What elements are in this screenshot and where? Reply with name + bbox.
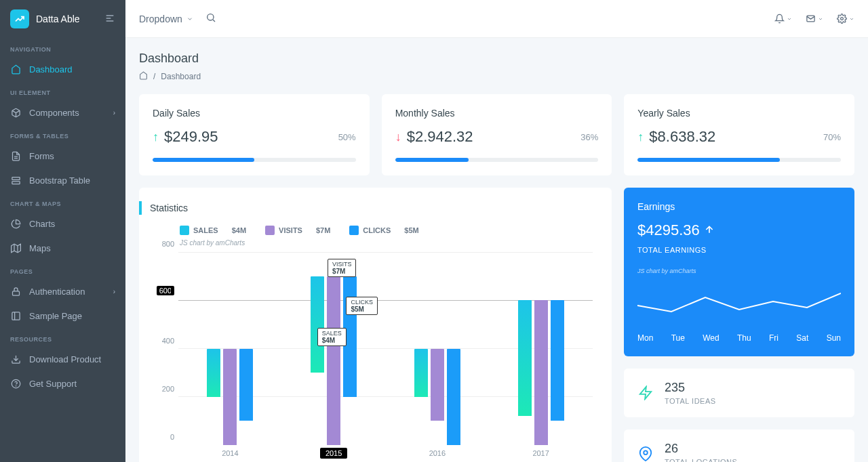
sidebar-toggle-icon[interactable]: [104, 13, 115, 26]
svg-point-18: [16, 385, 16, 386]
stat-percent: 36%: [580, 132, 598, 142]
nav-label: Bootstrap Table: [29, 175, 90, 186]
svg-marker-10: [11, 244, 20, 253]
mail-icon[interactable]: [806, 14, 823, 24]
mini-value: 235: [665, 381, 716, 395]
bar[interactable]: [447, 349, 460, 446]
svg-line-20: [213, 20, 215, 22]
sidebar-item-authentication[interactable]: Authentication›: [0, 279, 125, 303]
bar[interactable]: [431, 349, 444, 421]
bar[interactable]: [311, 276, 324, 373]
nav-label: Get Support: [29, 379, 77, 389]
sidebar-item-maps[interactable]: Maps: [0, 236, 125, 260]
logo[interactable]: Datta Able: [0, 0, 125, 38]
nav-section: RESOURCES: [0, 328, 125, 347]
sidebar-item-download-product[interactable]: Download Product: [0, 347, 125, 371]
bar[interactable]: [518, 300, 532, 416]
sidebar-icon: [10, 310, 21, 321]
download-icon: [10, 354, 21, 364]
logo-icon: [10, 9, 29, 28]
svg-point-25: [644, 450, 648, 455]
legend-item[interactable]: CLICKS$5M: [349, 226, 418, 235]
notification-icon[interactable]: [774, 14, 792, 24]
sidebar-item-components[interactable]: Components›: [0, 100, 125, 125]
legend-name: SALES: [193, 226, 218, 234]
sidebar-item-dashboard[interactable]: Dashboard: [0, 57, 125, 81]
mini-label: TOTAL IDEAS: [665, 397, 716, 405]
nav-section: PAGES: [0, 260, 125, 279]
bar-group: [199, 349, 262, 446]
earnings-title: Earnings: [637, 201, 841, 212]
dropdown-label: Dropdown: [139, 14, 182, 24]
chart-tooltip: SALES$4M: [317, 328, 347, 346]
y-tick: 200: [162, 385, 174, 393]
svg-point-19: [207, 14, 213, 20]
day-label: Sat: [796, 333, 808, 343]
earnings-subtitle: TOTAL EARNINGS: [637, 246, 841, 254]
bar-chart: 0200400600800 VISITS$7MCLICKS$5MSALES$4M…: [153, 252, 598, 462]
legend-swatch: [265, 226, 275, 235]
nav-section: CHART & MAPS: [0, 192, 125, 211]
stat-value: $2.942.32: [407, 128, 473, 146]
main-content: Dashboard / Dashboard Daily Sales ↑$249.…: [125, 38, 868, 462]
legend-item[interactable]: VISITS$7M: [265, 226, 330, 235]
day-label: Sun: [827, 333, 841, 343]
earnings-value: $4295.36: [637, 222, 700, 239]
lock-icon: [10, 286, 21, 297]
mini-card: 235TOTAL IDEAS: [624, 369, 854, 417]
stat-title: Yearly Sales: [637, 108, 841, 119]
nav-label: Sample Page: [29, 311, 82, 321]
home-icon[interactable]: [139, 71, 148, 82]
bar[interactable]: [414, 349, 428, 397]
bar[interactable]: [534, 300, 548, 445]
bar[interactable]: [327, 276, 340, 445]
home-icon: [10, 64, 21, 75]
stat-value: $8.638.32: [649, 128, 715, 146]
arrow-down-icon: ↓: [395, 130, 401, 144]
chart-attribution: JS chart by amCharts: [180, 239, 598, 247]
legend-swatch: [180, 226, 189, 235]
sidebar: Datta Able NAVIGATIONDashboardUI ELEMENT…: [0, 0, 125, 462]
stat-card: Monthly Sales ↓$2.942.3236%: [382, 94, 612, 175]
svg-rect-13: [12, 291, 19, 295]
sidebar-item-forms[interactable]: Forms: [0, 144, 125, 168]
earnings-attribution: JS chart by amCharts: [637, 268, 841, 274]
legend-swatch: [349, 226, 359, 235]
day-label: Mon: [637, 333, 653, 343]
nav-label: Maps: [29, 243, 51, 253]
dropdown-button[interactable]: Dropdown: [139, 14, 193, 24]
legend-item[interactable]: SALES$4M: [180, 226, 246, 235]
breadcrumb-item[interactable]: Dashboard: [161, 72, 201, 81]
map-icon: [10, 243, 21, 253]
file-icon: [10, 150, 21, 161]
x-tick: 2015: [282, 445, 386, 462]
server-icon: [10, 175, 21, 186]
y-tick: 800: [162, 240, 174, 248]
box-icon: [10, 107, 21, 118]
bar[interactable]: [207, 349, 220, 397]
bar[interactable]: [239, 349, 253, 421]
breadcrumb: / Dashboard: [139, 71, 854, 82]
stat-card: Yearly Sales ↑$8.638.3270%: [624, 94, 854, 175]
y-tick: 600: [157, 286, 174, 295]
legend-name: CLICKS: [363, 226, 391, 234]
sidebar-item-bootstrap-table[interactable]: Bootstrap Table: [0, 168, 125, 192]
bar-group: [510, 300, 572, 445]
settings-icon[interactable]: [837, 14, 854, 24]
nav-section: NAVIGATION: [0, 38, 125, 57]
bar[interactable]: [223, 349, 237, 446]
bar[interactable]: [551, 300, 564, 421]
nav-label: Components: [29, 108, 79, 118]
sidebar-item-charts[interactable]: Charts: [0, 211, 125, 236]
svg-rect-6: [12, 177, 19, 180]
earnings-days: MonTueWedThuFriSatSun: [637, 333, 841, 343]
chevron-down-icon: [186, 14, 193, 24]
search-icon[interactable]: [205, 12, 216, 25]
svg-point-22: [841, 18, 844, 20]
arrow-up-icon: [704, 222, 715, 239]
sidebar-item-get-support[interactable]: Get Support: [0, 371, 125, 396]
mini-card: 26TOTAL LOCATIONS: [624, 429, 854, 462]
mini-value: 26: [665, 442, 737, 456]
legend-val: $7M: [316, 226, 330, 234]
sidebar-item-sample-page[interactable]: Sample Page: [0, 303, 125, 328]
